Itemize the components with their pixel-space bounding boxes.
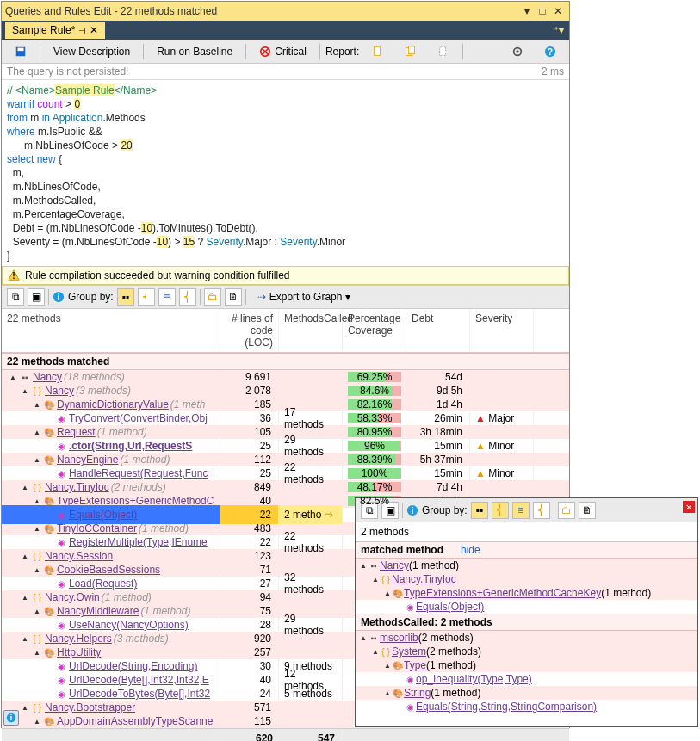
group-asm-icon[interactable]: ▪▪ [471,502,488,519]
list-item[interactable]: ▲▪▪ Nancy (1 method) [356,559,697,572]
list-item[interactable]: ◉ Equals(Object) [356,600,697,614]
maximize-icon[interactable]: □ [535,3,550,19]
group-opt-icon[interactable]: ⎨ [533,502,550,519]
tab-label: Sample Rule* [12,24,75,36]
report-btn-3[interactable] [430,43,457,60]
results-toolbar: ⧉ ▣ i Group by: ▪▪ ⎨ ≡ ⎨ 🗀 🗎 ⇢ Export to… [2,285,569,309]
svg-text:!: ! [12,270,15,281]
list-item[interactable]: ▲🎨 Type (1 method) [356,658,697,672]
popup-toolbar: ⧉ ▣ i Group by: ▪▪ ⎨ ≡ ⎨ 🗀 🗎 [356,498,697,522]
svg-text:i: i [10,713,13,722]
group-header: 22 methods matched [2,353,569,370]
list-item[interactable]: ▲🎨 TypeExtensions+GenericMethodCacheKey … [356,586,697,600]
title-bar: Queries and Rules Edit - 22 methods matc… [2,2,569,21]
list-item[interactable]: ◉ op_Inequality(Type,Type) [356,672,697,686]
svg-point-8 [516,50,519,53]
main-toolbar: View Description Run on Baseline Critica… [2,40,569,64]
svg-rect-6 [440,46,446,55]
svg-text:i: i [58,292,60,302]
results-header: 22 methods # lines of code (LOC) Methods… [2,309,569,353]
report-icon [372,46,384,58]
report-label: Report: [325,46,359,58]
save-icon [15,46,27,58]
info-icon: i [53,291,65,303]
popup-rows-1: ▲▪▪ Nancy (1 method)▲{ } Nancy.TinyIoc▲🎨… [356,559,697,614]
status-line: The query is not persisted! 2 ms [2,64,569,80]
col-name[interactable]: 22 methods [2,309,220,352]
folder-icon[interactable]: 🗀 [558,502,575,519]
expand-all-icon[interactable]: ⧉ [7,288,24,306]
list-item[interactable]: ▲🎨 String (1 method) [356,686,697,700]
view-description-button[interactable]: View Description [46,43,138,60]
status-time: 2 ms [542,65,564,77]
group-asm-icon[interactable]: ▪▪ [117,288,134,306]
report-btn-1[interactable] [364,43,392,60]
collapse-all-icon[interactable]: ▣ [28,288,45,306]
popup-close-icon[interactable]: ✕ [683,501,695,513]
critical-toggle[interactable]: Critical [251,43,314,60]
info-button[interactable]: i [3,710,19,726]
warning-text: Rule compilation succeeded but warning c… [25,269,290,281]
tab-menu-icon[interactable]: ⁺▾ [554,24,564,36]
list-item[interactable]: ▲{ } Nancy.TinyIoc [356,572,697,586]
compile-warning: ! Rule compilation succeeded but warning… [2,266,569,285]
group-ns-icon[interactable]: ⎨ [138,288,155,306]
status-msg: The query is not persisted! [7,65,128,77]
tab-close-icon[interactable]: ✕ [90,24,98,36]
code-editor[interactable]: // <Name>Sample Rule</Name> warnif count… [2,80,569,266]
list-item[interactable]: ▲▪▪ mscorlib (2 methods) [356,631,697,645]
pin-icon[interactable]: ⊣ [78,26,86,35]
popup-rows-2: ▲▪▪ mscorlib (2 methods)▲{ } System (2 m… [356,631,697,713]
list-item[interactable]: ◉ Equals(String,String,StringComparison) [356,700,697,713]
svg-rect-3 [375,46,381,55]
doc-icon[interactable]: 🗎 [225,288,242,306]
settings-button[interactable] [504,43,531,60]
list-item[interactable]: ▲{ } System (2 methods) [356,645,697,658]
close-icon[interactable]: ✕ [550,3,566,19]
tab-sample-rule[interactable]: Sample Rule* ⊣ ✕ [5,22,105,39]
group-ns-icon[interactable]: ⎨ [492,502,509,519]
footer-row: 620 547 [2,728,569,741]
col-debt[interactable]: Debt [406,309,470,352]
group-opt-icon[interactable]: ⎨ [179,288,196,306]
popup-sect-matched: matched method hide [356,541,697,559]
footer-mc: 547 [279,729,343,741]
group-by-label: Group by: [68,291,114,303]
group-type-icon[interactable]: ≡ [512,502,530,519]
folder-icon[interactable]: 🗀 [204,288,221,306]
report-btn-2[interactable] [397,43,424,60]
svg-rect-5 [409,46,415,53]
group-type-icon[interactable]: ≡ [158,288,176,306]
tab-strip: Sample Rule* ⊣ ✕ ⁺▾ [2,21,569,40]
detail-popup: ✕ ⧉ ▣ i Group by: ▪▪ ⎨ ≡ ⎨ 🗀 🗎 2 methods… [355,497,698,727]
info-icon: i [406,504,418,516]
window-title: Queries and Rules Edit - 22 methods matc… [5,5,519,17]
col-mc[interactable]: MethodsCalled [279,309,343,352]
col-cov[interactable]: Percentage Coverage [343,309,406,352]
popup-count: 2 methods [356,522,697,541]
popup-sect-called: MethodsCalled: 2 methods [356,614,697,631]
save-button[interactable] [7,43,34,60]
svg-rect-1 [18,47,24,51]
help-button[interactable]: ? [536,43,564,60]
gear-icon [511,46,523,58]
info-icon: i [6,713,16,723]
svg-text:?: ? [548,46,553,56]
group-by-label: Group by: [422,504,468,516]
report-icon [405,46,417,58]
run-baseline-button[interactable]: Run on Baseline [149,43,240,60]
footer-loc: 620 [220,729,279,741]
col-loc[interactable]: # lines of code (LOC) [220,309,279,352]
report-icon [437,46,449,58]
doc-icon[interactable]: 🗎 [579,502,596,519]
critical-icon [259,46,271,58]
dropdown-icon[interactable]: ▾ [519,3,535,19]
warning-icon: ! [8,269,20,281]
svg-text:i: i [412,504,414,515]
help-icon: ? [544,46,556,58]
hide-link[interactable]: hide [461,544,480,556]
col-sev[interactable]: Severity [470,309,534,352]
export-graph-button[interactable]: ⇢ Export to Graph ▾ [250,288,359,306]
